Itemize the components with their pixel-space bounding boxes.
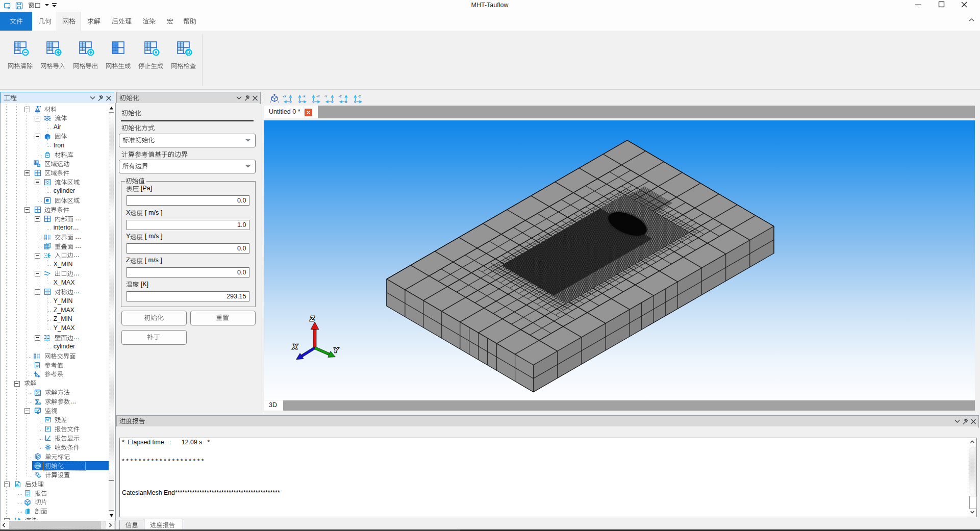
- svg-text:-Y: -Y: [324, 94, 328, 97]
- svg-text:Y: Y: [334, 346, 339, 354]
- svg-text:X: X: [292, 343, 298, 350]
- svg-text:-X: -X: [303, 94, 306, 97]
- svg-text:Z: Z: [310, 315, 315, 322]
- svg-text:+Z: +Z: [338, 94, 342, 97]
- svg-text:+Y: +Y: [316, 94, 320, 97]
- svg-text:-Z: -Z: [358, 94, 361, 97]
- svg-text:+X: +X: [283, 94, 286, 97]
